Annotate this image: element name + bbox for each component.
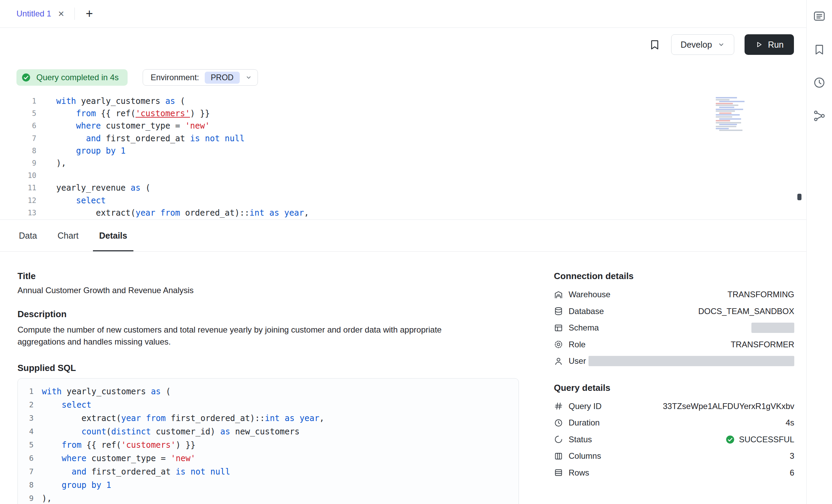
query-details-heading: Query details bbox=[554, 383, 794, 393]
connection-row-role: Role TRANSFORMER bbox=[554, 336, 794, 353]
line-number: 2 bbox=[23, 400, 34, 409]
code-line: 8 group by 1 bbox=[18, 478, 519, 492]
query-status-text: Query completed in 4s bbox=[36, 73, 119, 82]
check-circle-icon bbox=[21, 73, 31, 82]
code-line: 6 where customer_type = 'new' bbox=[18, 452, 519, 465]
code-text: and first_ordered_at is not null bbox=[56, 134, 245, 143]
rows-icon bbox=[554, 468, 563, 477]
chevron-down-icon bbox=[245, 74, 252, 81]
develop-dropdown[interactable]: Develop bbox=[671, 34, 734, 55]
code-text: where customer_type = 'new' bbox=[42, 454, 195, 463]
toolbar: Develop Run bbox=[0, 28, 806, 61]
query-row-status: Status SUCCESSFUL bbox=[554, 431, 794, 448]
code-text: count(distinct customer_id) as new_custo… bbox=[42, 427, 299, 436]
row-label: Database bbox=[569, 307, 604, 316]
supplied-sql-block: 1with yearly_customers as (2 select3 ext… bbox=[17, 378, 519, 504]
minimap[interactable] bbox=[716, 97, 756, 133]
query-list-button[interactable] bbox=[812, 9, 826, 23]
row-value: 3 bbox=[790, 451, 794, 461]
code-line: 5 from {{ ref('customers') }} bbox=[0, 107, 806, 120]
code-text: group by 1 bbox=[42, 480, 111, 490]
code-text: select bbox=[56, 196, 106, 205]
history-button[interactable] bbox=[812, 76, 826, 89]
code-line: 5 from {{ ref('customers') }} bbox=[18, 438, 519, 452]
connection-row-schema: Schema bbox=[554, 320, 794, 336]
play-icon bbox=[755, 40, 763, 49]
code-text: from {{ ref('customers') }} bbox=[56, 109, 210, 118]
connection-row-database: Database DOCS_TEAM_SANDBOX bbox=[554, 303, 794, 320]
bookmark-icon bbox=[649, 38, 661, 51]
code-text: and first_ordered_at is not null bbox=[42, 467, 230, 477]
code-line: 2 select bbox=[18, 398, 519, 411]
spinner-icon bbox=[554, 435, 563, 444]
database-icon bbox=[554, 307, 563, 316]
lineage-button[interactable] bbox=[812, 109, 826, 123]
line-number: 8 bbox=[23, 481, 34, 489]
line-number: 11 bbox=[0, 184, 36, 192]
line-number: 9 bbox=[23, 494, 34, 503]
chevron-down-icon bbox=[717, 41, 725, 48]
code-text: select bbox=[42, 400, 92, 410]
row-label: Query ID bbox=[569, 401, 602, 411]
title-value: Annual Customer Growth and Revenue Analy… bbox=[17, 286, 519, 295]
code-line: 8 group by 1 bbox=[0, 145, 806, 157]
query-row-duration: Duration 4s bbox=[554, 415, 794, 431]
code-line: 9), bbox=[0, 157, 806, 169]
description-text: Compute the number of new customers and … bbox=[17, 324, 484, 348]
code-line: 11yearly_revenue as ( bbox=[0, 182, 806, 194]
bookmark-icon bbox=[813, 43, 826, 56]
editor-scrollbar[interactable] bbox=[797, 194, 801, 200]
code-text: yearly_revenue as ( bbox=[56, 183, 151, 193]
line-number: 10 bbox=[0, 171, 36, 180]
tab-chart[interactable]: Chart bbox=[56, 220, 80, 251]
row-value: 33TZseWpe1ALFDUYerxR1gVKxbv bbox=[663, 401, 794, 411]
code-line: 13 extract(year from ordered_at)::int as… bbox=[0, 207, 806, 219]
environment-label: Environment: bbox=[151, 73, 199, 82]
row-label: Rows bbox=[569, 468, 589, 478]
close-tab-icon[interactable]: × bbox=[58, 9, 64, 19]
connection-details-heading: Connection details bbox=[554, 271, 794, 281]
line-number: 9 bbox=[0, 159, 36, 167]
columns-icon bbox=[554, 452, 563, 461]
status-row: Query completed in 4s Environment: PROD bbox=[0, 61, 806, 94]
main-column: Untitled 1 × + Develop Run bbox=[0, 0, 806, 504]
code-text: with yearly_customers as ( bbox=[42, 387, 171, 396]
line-number: 6 bbox=[23, 454, 34, 463]
schema-icon bbox=[554, 323, 563, 333]
tab-data[interactable]: Data bbox=[17, 220, 38, 251]
row-value: 4s bbox=[786, 418, 794, 428]
new-tab-button[interactable]: + bbox=[86, 8, 93, 20]
code-line: 7 and first_ordered_at is not null bbox=[18, 465, 519, 478]
bookmark-button[interactable] bbox=[649, 38, 661, 51]
environment-value-chip: PROD bbox=[205, 72, 240, 84]
row-value: TRANSFORMER bbox=[731, 340, 794, 349]
code-line: 10 bbox=[0, 169, 806, 182]
tab-divider bbox=[74, 8, 75, 20]
bookmarks-button[interactable] bbox=[812, 43, 826, 56]
code-line: 12 select bbox=[0, 194, 806, 207]
environment-selector[interactable]: Environment: PROD bbox=[143, 69, 258, 86]
status-value: SUCCESSFUL bbox=[725, 435, 794, 444]
row-value: 6 bbox=[790, 468, 794, 478]
ref-link[interactable]: 'customers' bbox=[135, 109, 190, 118]
right-icon-rail bbox=[806, 0, 832, 504]
code-line: 7 and first_ordered_at is not null bbox=[0, 132, 806, 145]
history-icon bbox=[813, 76, 826, 89]
tab-details[interactable]: Details bbox=[98, 220, 129, 251]
run-label: Run bbox=[768, 40, 784, 50]
line-number: 1 bbox=[0, 97, 36, 105]
line-number: 7 bbox=[0, 134, 36, 143]
line-number: 13 bbox=[0, 209, 36, 217]
code-line: 6 where customer_type = 'new' bbox=[0, 120, 806, 132]
supplied-sql-heading: Supplied SQL bbox=[17, 363, 519, 373]
run-button[interactable]: Run bbox=[745, 34, 794, 55]
code-text: where customer_type = 'new' bbox=[56, 121, 210, 131]
tab-untitled-1[interactable]: Untitled 1 × bbox=[0, 0, 74, 27]
user-icon bbox=[554, 357, 563, 366]
lineage-icon bbox=[813, 109, 826, 122]
line-number: 5 bbox=[0, 109, 36, 118]
line-number: 7 bbox=[23, 467, 34, 476]
sql-editor[interactable]: 1with yearly_customers as (5 from {{ ref… bbox=[0, 94, 806, 220]
row-label: User bbox=[569, 356, 586, 366]
results-tab-bar: Data Chart Details bbox=[0, 220, 806, 252]
